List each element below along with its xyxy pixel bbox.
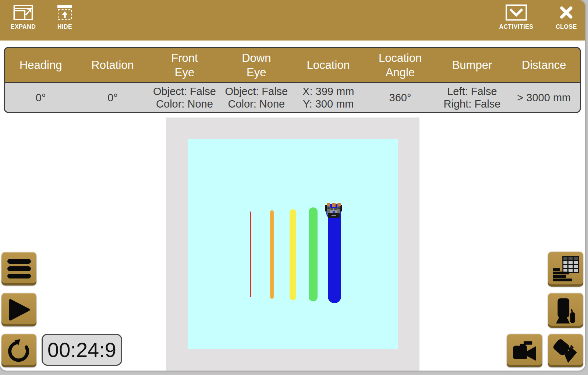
- video-camera-icon: [511, 338, 538, 363]
- timer-display: 00:24:9: [42, 334, 122, 366]
- play-button[interactable]: [1, 293, 36, 326]
- hide-label: HIDE: [57, 24, 72, 30]
- top-toolbar: EXPAND HIDE: [0, 0, 585, 41]
- column-value: X: 399 mmY: 300 mm: [293, 83, 364, 112]
- activities-label: ACTIVITIES: [499, 24, 533, 30]
- column-value: 360°: [364, 83, 436, 112]
- window-hide-icon: [57, 4, 72, 21]
- yellow-line: [290, 209, 296, 300]
- camera-stand-pen-icon: [552, 297, 579, 324]
- hide-button[interactable]: HIDE: [52, 4, 78, 38]
- robot-sprite[interactable]: [325, 203, 342, 219]
- column-header: FrontEye: [149, 48, 220, 82]
- reset-arrow-icon: [7, 339, 31, 363]
- column-value: Object: FalseColor: None: [149, 83, 220, 112]
- window-expand-icon: [13, 4, 33, 21]
- hamburger-icon: [7, 258, 31, 280]
- column-value: Left: FalseRight: False: [436, 83, 508, 112]
- column-value: 0°: [77, 83, 148, 112]
- column-header: Rotation: [77, 48, 148, 82]
- column-header: Bumper: [436, 48, 508, 82]
- timer-value: 00:24:9: [47, 338, 116, 362]
- close-x-icon: [559, 4, 573, 21]
- red-line: [250, 211, 251, 297]
- column-value: 0°: [5, 83, 77, 112]
- close-button[interactable]: CLOSE: [550, 4, 583, 38]
- expand-button[interactable]: EXPAND: [7, 4, 40, 38]
- sensor-readout-table: HeadingRotationFrontEyeDownEyeLocationLo…: [4, 47, 581, 113]
- simulator-window: EXPAND HIDE: [0, 0, 585, 371]
- expand-label: EXPAND: [11, 24, 36, 30]
- menu-button[interactable]: [1, 252, 36, 285]
- green-line: [309, 207, 318, 301]
- orange-line: [270, 210, 274, 299]
- video-camera-view-button[interactable]: [507, 334, 542, 367]
- column-header: Heading: [5, 48, 77, 82]
- column-value: > 3000 mm: [508, 83, 580, 112]
- simulation-area: [166, 118, 419, 371]
- column-value: Object: FalseColor: None: [220, 83, 292, 112]
- app-screen: EXPAND HIDE: [0, 0, 588, 375]
- blue-line: [328, 204, 341, 303]
- column-header: Location: [293, 48, 364, 82]
- activities-checkbox-icon: [506, 4, 527, 21]
- follow-camera-button[interactable]: [548, 293, 583, 328]
- simulation-mat: [188, 139, 398, 349]
- column-header: Distance: [508, 48, 580, 82]
- table-chart-icon: [552, 256, 579, 283]
- sensor-table-header-row: HeadingRotationFrontEyeDownEyeLocationLo…: [5, 48, 580, 82]
- column-header: LocationAngle: [364, 48, 436, 82]
- angled-camera-view-button[interactable]: [548, 334, 583, 367]
- reset-button[interactable]: [1, 334, 36, 367]
- column-header: DownEye: [220, 48, 292, 82]
- tilted-video-camera-icon: [552, 338, 579, 364]
- activities-button[interactable]: ACTIVITIES: [491, 4, 542, 38]
- play-icon: [8, 298, 30, 321]
- close-label: CLOSE: [556, 24, 577, 30]
- sensor-data-view-button[interactable]: [548, 252, 583, 287]
- sensor-table-value-row: 0°0°Object: FalseColor: NoneObject: Fals…: [5, 82, 580, 112]
